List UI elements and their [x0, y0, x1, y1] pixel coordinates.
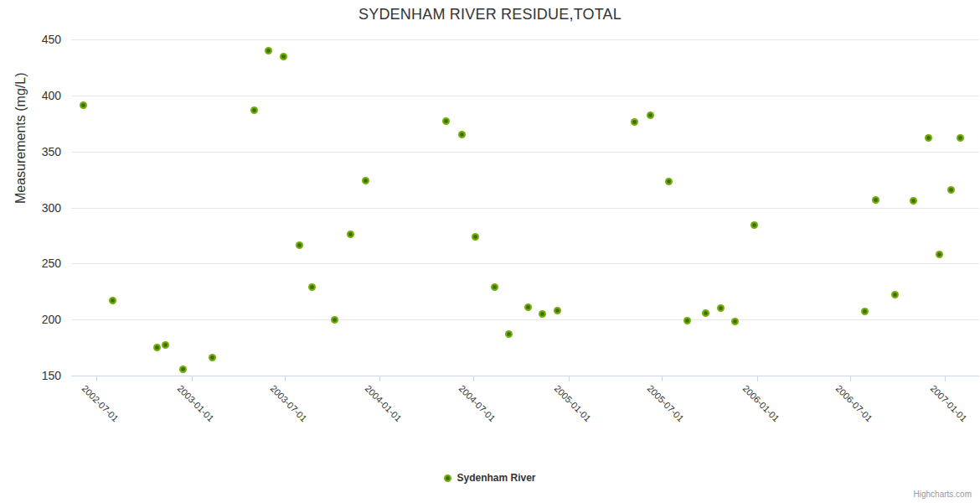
data-point[interactable] [109, 297, 116, 304]
data-point[interactable] [731, 318, 739, 325]
data-point[interactable] [162, 341, 169, 349]
data-point[interactable] [209, 354, 216, 361]
data-point[interactable] [442, 117, 450, 125]
x-axis-tick [662, 376, 663, 381]
chart-container: SYDENHAM RIVER RESIDUE,TOTAL Measurement… [0, 0, 980, 503]
data-point[interactable] [554, 307, 561, 314]
data-point[interactable] [665, 178, 673, 185]
x-axis-tick [757, 376, 758, 381]
x-axis-tick [379, 376, 380, 381]
x-axis-line [71, 376, 979, 376]
data-point[interactable] [861, 308, 869, 315]
y-axis-tick-label: 150 [0, 369, 61, 382]
data-point[interactable] [872, 196, 879, 204]
y-axis-tick-label: 350 [0, 145, 61, 158]
x-axis-tick-label: 2004-01-01 [364, 383, 404, 423]
data-point[interactable] [308, 283, 316, 291]
data-point[interactable] [925, 134, 932, 142]
data-point[interactable] [683, 317, 691, 324]
legend-label: Sydenham River [456, 472, 535, 484]
data-point[interactable] [491, 283, 498, 291]
legend-item-sydenham-river[interactable]: Sydenham River [444, 472, 535, 484]
x-axis-tick [850, 376, 851, 381]
x-axis-tick-label: 2005-01-01 [552, 383, 592, 423]
y-grid-line [71, 208, 979, 209]
data-point[interactable] [362, 177, 369, 184]
x-axis-tick [569, 376, 570, 381]
x-axis-tick-label: 2006-01-01 [740, 383, 781, 423]
x-axis-tick-label: 2007-01-01 [929, 383, 969, 423]
x-axis-tick [945, 376, 946, 381]
data-point[interactable] [179, 366, 187, 373]
y-grid-line [71, 96, 979, 96]
data-point[interactable] [458, 131, 466, 138]
data-point[interactable] [505, 330, 513, 338]
data-point[interactable] [80, 101, 87, 109]
x-axis-tick-label: 2005-07-01 [646, 383, 686, 423]
data-point[interactable] [539, 310, 546, 318]
legend-marker-icon [444, 474, 451, 482]
y-axis-tick-label: 400 [0, 89, 61, 102]
data-point[interactable] [250, 106, 258, 114]
y-axis-tick-label: 450 [0, 33, 61, 46]
data-point[interactable] [153, 344, 161, 351]
data-point[interactable] [957, 134, 964, 142]
y-grid-line [71, 319, 979, 320]
y-axis-tick-label: 200 [0, 313, 61, 326]
data-point[interactable] [717, 304, 725, 312]
data-point[interactable] [910, 197, 917, 205]
legend: Sydenham River [0, 472, 980, 484]
y-grid-line [71, 152, 979, 153]
data-point[interactable] [647, 111, 654, 119]
data-point[interactable] [280, 53, 287, 60]
data-point[interactable] [524, 303, 532, 311]
x-axis-tick [285, 376, 286, 381]
x-axis-tick-label: 2003-01-01 [175, 383, 215, 423]
x-axis-tick-label: 2004-07-01 [457, 383, 498, 423]
y-axis-tick-label: 250 [0, 257, 61, 270]
y-grid-line [71, 263, 979, 264]
data-point[interactable] [631, 118, 638, 126]
chart-title: SYDENHAM RIVER RESIDUE,TOTAL [0, 6, 980, 23]
data-point[interactable] [347, 231, 354, 238]
x-axis-tick [473, 376, 474, 381]
x-axis-tick [96, 376, 97, 381]
data-point[interactable] [296, 241, 303, 249]
data-point[interactable] [472, 233, 479, 241]
y-grid-line [71, 39, 979, 40]
x-axis-tick [192, 376, 193, 381]
data-point[interactable] [936, 251, 943, 258]
data-point[interactable] [750, 221, 758, 229]
data-point[interactable] [331, 316, 338, 324]
data-point[interactable] [265, 47, 272, 54]
x-axis-tick-label: 2002-07-01 [80, 383, 121, 423]
data-point[interactable] [947, 186, 955, 194]
data-point[interactable] [891, 291, 899, 298]
y-axis-tick-label: 300 [0, 201, 61, 215]
x-axis-tick-label: 2003-07-01 [269, 383, 309, 423]
x-axis-tick-label: 2006-07-01 [834, 383, 874, 423]
data-point[interactable] [702, 309, 709, 317]
credits-link[interactable]: Highcharts.com [914, 490, 972, 499]
